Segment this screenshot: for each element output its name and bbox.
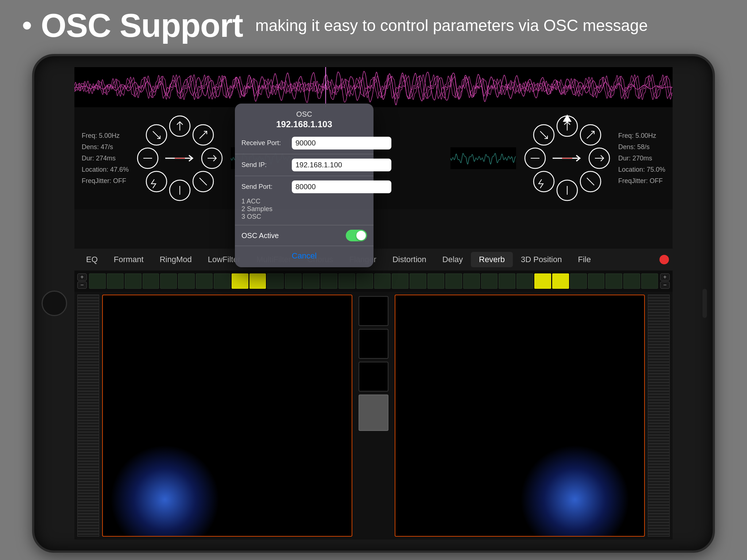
osc-send-ip-label: Send IP: bbox=[241, 161, 289, 169]
osc-dialog: OSC 192.168.1.103 Receive Port: Send IP:… bbox=[235, 104, 374, 267]
left-wheel[interactable] bbox=[132, 111, 227, 206]
left-location: Location: 47.6% bbox=[82, 165, 129, 175]
effect-tabs: EQ Formant RingMod LowFilter MultiFilter… bbox=[74, 249, 673, 271]
seq-cell-9[interactable] bbox=[249, 273, 266, 289]
seq-cell-26[interactable] bbox=[552, 273, 569, 289]
right-side-slider[interactable] bbox=[648, 295, 670, 537]
ipad-home-button[interactable] bbox=[42, 291, 67, 316]
seq-cell-29[interactable] bbox=[605, 273, 622, 289]
osc-send-ip-input[interactable] bbox=[292, 159, 391, 171]
seq-cell-12[interactable] bbox=[303, 273, 320, 289]
right-wheel-svg bbox=[520, 111, 615, 206]
left-freq: Freq: 5.00Hz bbox=[82, 131, 120, 141]
svg-point-6 bbox=[146, 171, 167, 192]
seq-cell-4[interactable] bbox=[160, 273, 177, 289]
svg-line-28 bbox=[587, 131, 594, 139]
seq-cell-10[interactable] bbox=[267, 273, 284, 289]
osc-receive-port-input[interactable] bbox=[292, 137, 391, 149]
seq-cell-1[interactable] bbox=[107, 273, 124, 289]
ipad-screen: Freq: 5.00Hz Dens: 47/s Dur: 274ms Locat… bbox=[74, 67, 673, 540]
left-wheel-svg bbox=[132, 111, 227, 206]
osc-active-row: OSC Active bbox=[235, 228, 374, 244]
right-touchpad[interactable] bbox=[395, 295, 645, 537]
header-title: OSC Support bbox=[41, 7, 243, 44]
menu-item-acc[interactable]: 1 ACC bbox=[241, 198, 367, 205]
midi-button-4[interactable] bbox=[359, 394, 388, 431]
right-dens: Dens: 58/s bbox=[618, 142, 650, 152]
ipad-frame: Freq: 5.00Hz Dens: 47/s Dur: 274ms Locat… bbox=[32, 54, 715, 553]
seq-cell-3[interactable] bbox=[143, 273, 159, 289]
sequencer-bar: + − + − bbox=[74, 271, 673, 292]
osc-send-port-input[interactable] bbox=[292, 180, 391, 193]
right-wheel[interactable] bbox=[520, 111, 615, 206]
seq-cell-11[interactable] bbox=[285, 273, 302, 289]
seq-end-minus-button[interactable]: − bbox=[660, 281, 670, 289]
svg-line-25 bbox=[540, 131, 547, 139]
menu-item-samples[interactable]: 2 Samples bbox=[241, 205, 367, 213]
right-location: Location: 75.0% bbox=[618, 165, 665, 175]
seq-cell-30[interactable] bbox=[623, 273, 640, 289]
seq-cell-23[interactable] bbox=[499, 273, 515, 289]
seq-end-plus-button[interactable]: + bbox=[660, 273, 670, 281]
right-mini-waveform bbox=[450, 147, 516, 169]
left-glow bbox=[110, 445, 220, 537]
left-side-slider[interactable] bbox=[77, 295, 99, 537]
seq-cell-31[interactable] bbox=[641, 273, 658, 289]
seq-cell-0[interactable] bbox=[89, 273, 106, 289]
seq-cell-22[interactable] bbox=[481, 273, 498, 289]
svg-point-23 bbox=[534, 171, 554, 192]
seq-cell-15[interactable] bbox=[356, 273, 373, 289]
header-bullet: • bbox=[22, 11, 32, 40]
tab-3dposition[interactable]: 3D Position bbox=[513, 252, 570, 267]
osc-divider-2 bbox=[235, 176, 374, 176]
svg-line-12 bbox=[200, 178, 207, 185]
tab-eq[interactable]: EQ bbox=[78, 252, 106, 267]
seq-minus-button[interactable]: − bbox=[77, 281, 87, 289]
seq-cell-13[interactable] bbox=[321, 273, 337, 289]
record-button[interactable] bbox=[659, 255, 669, 264]
midi-button-3[interactable] bbox=[359, 362, 388, 392]
header-subtitle: making it easy to control parameters via… bbox=[255, 16, 648, 35]
seq-cell-2[interactable] bbox=[125, 273, 142, 289]
tab-delay[interactable]: Delay bbox=[434, 252, 471, 267]
seq-plus-button[interactable]: + bbox=[77, 273, 87, 281]
touchpads-area bbox=[74, 292, 673, 540]
osc-toggle[interactable] bbox=[346, 230, 367, 241]
seq-cell-21[interactable] bbox=[463, 273, 480, 289]
left-grain-params: Freq: 5.00Hz Dens: 47/s Dur: 274ms Locat… bbox=[82, 131, 129, 186]
seq-cell-18[interactable] bbox=[410, 273, 426, 289]
right-glow bbox=[520, 445, 630, 537]
osc-cancel-button[interactable]: Cancel bbox=[235, 248, 374, 264]
left-freq-jitter: FreqJitter: OFF bbox=[82, 176, 126, 186]
waveform-display bbox=[74, 67, 673, 107]
seq-cell-7[interactable] bbox=[214, 273, 231, 289]
menu-item-osc[interactable]: 3 OSC bbox=[241, 213, 367, 221]
seq-cell-24[interactable] bbox=[516, 273, 533, 289]
seq-cell-20[interactable] bbox=[445, 273, 462, 289]
seq-cell-17[interactable] bbox=[392, 273, 409, 289]
left-touchpad[interactable] bbox=[102, 295, 352, 537]
seq-cell-6[interactable] bbox=[196, 273, 213, 289]
seq-cell-8[interactable] bbox=[232, 273, 248, 289]
main-area: Freq: 5.00Hz Dens: 47/s Dur: 274ms Locat… bbox=[74, 107, 673, 540]
right-dur: Dur: 270ms bbox=[618, 153, 652, 163]
osc-receive-port-label: Receive Port: bbox=[241, 139, 289, 147]
tab-reverb[interactable]: Reverb bbox=[471, 252, 513, 267]
svg-line-10 bbox=[200, 131, 207, 139]
tab-file[interactable]: File bbox=[570, 252, 599, 267]
seq-cell-25[interactable] bbox=[534, 273, 551, 289]
seq-cell-16[interactable] bbox=[374, 273, 391, 289]
tab-ringmod[interactable]: RingMod bbox=[152, 252, 200, 267]
right-freq: Freq: 5.00Hz bbox=[618, 131, 656, 141]
midi-button-2[interactable] bbox=[359, 329, 388, 359]
seq-cell-14[interactable] bbox=[338, 273, 355, 289]
midi-button-1[interactable] bbox=[359, 296, 388, 326]
header: • OSC Support making it easy to control … bbox=[0, 0, 747, 51]
seq-cell-19[interactable] bbox=[427, 273, 444, 289]
tab-distortion[interactable]: Distortion bbox=[384, 252, 434, 267]
seq-cell-27[interactable] bbox=[570, 273, 587, 289]
seq-cell-5[interactable] bbox=[178, 273, 195, 289]
toggle-knob bbox=[356, 231, 366, 240]
seq-cell-28[interactable] bbox=[588, 273, 605, 289]
tab-formant[interactable]: Formant bbox=[106, 252, 152, 267]
